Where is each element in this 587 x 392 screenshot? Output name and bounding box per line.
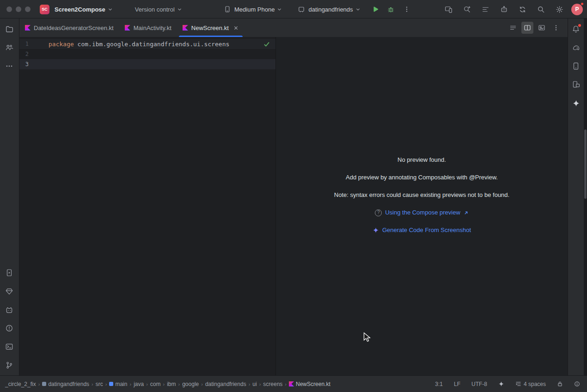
folder-icon <box>5 25 14 34</box>
zoom-window-button[interactable] <box>25 6 31 12</box>
run-play-icon <box>372 6 379 13</box>
version-control-tool-button[interactable] <box>2 358 16 372</box>
run-configuration-selector[interactable]: datingandfriends <box>297 4 361 15</box>
titlebar-right-group: P <box>442 0 583 18</box>
more-tool-windows-button[interactable] <box>2 59 16 73</box>
version-control-label: Version control <box>135 6 175 13</box>
breadcrumb-item-current-file[interactable]: NewScreen.kt <box>287 380 332 388</box>
compose-preview-help-link[interactable]: Using the Compose preview <box>385 208 460 217</box>
split-view-button[interactable] <box>521 22 533 34</box>
keyword-token: package <box>49 41 74 48</box>
robot-icon <box>500 6 508 13</box>
code-line[interactable]: 2 <box>19 49 275 59</box>
device-selector[interactable]: Medium Phone <box>223 4 283 15</box>
tab-dateideasgeneratorscreen[interactable]: DateIdeasGeneratorScreen.kt <box>19 18 119 37</box>
more-run-options-button[interactable] <box>400 3 413 16</box>
tab-label: NewScreen.kt <box>191 24 229 31</box>
device-manager-icon <box>572 62 580 70</box>
gradle-elephant-icon <box>572 43 580 52</box>
resource-manager-tool-button[interactable] <box>2 41 16 55</box>
line-number[interactable]: 1 <box>19 41 29 47</box>
ai-status-widget[interactable] <box>497 380 506 388</box>
breadcrumb-item[interactable]: ibm <box>165 380 177 388</box>
line-number[interactable]: 2 <box>19 51 29 57</box>
run-button[interactable] <box>369 3 382 16</box>
breadcrumb-item[interactable]: java <box>132 380 145 388</box>
caret-position-widget[interactable]: 3:1 <box>434 380 444 388</box>
avatar-initial: P <box>575 6 579 12</box>
chevron-down-icon <box>355 7 361 12</box>
sync-arrows-icon <box>519 6 526 13</box>
indent-widget[interactable]: 4 spaces <box>514 380 547 388</box>
close-tab-icon[interactable] <box>233 25 239 31</box>
preview-message: Add preview by annotating Composables wi… <box>346 173 498 182</box>
code-line[interactable]: 1 package com.ibm.google.datingandfriend… <box>19 39 275 49</box>
app-quality-insights-tool-button[interactable] <box>2 284 16 298</box>
code-line-current[interactable]: 3 <box>19 59 275 69</box>
breadcrumb-item[interactable]: datingandfriends <box>41 380 91 388</box>
code-text: package com.ibm.google.datingandfriends.… <box>49 41 229 48</box>
encoding-widget[interactable]: UTF-8 <box>470 380 489 388</box>
user-avatar[interactable]: P <box>571 4 583 15</box>
breadcrumb-label: ibm <box>167 381 176 387</box>
logcat-tool-button[interactable] <box>2 303 16 317</box>
breadcrumb-item[interactable]: main <box>108 380 128 388</box>
inspect-code-button[interactable] <box>460 3 473 16</box>
minimize-window-button[interactable] <box>16 6 21 12</box>
version-control-selector[interactable]: Version control <box>114 4 183 15</box>
breadcrumb-separator: › <box>259 381 261 387</box>
editor-more-button[interactable] <box>550 22 562 34</box>
gradle-sync-button[interactable] <box>516 3 529 16</box>
ellipsis-icon <box>5 62 13 70</box>
people-icon <box>5 43 13 52</box>
settings-button[interactable] <box>553 3 566 16</box>
line-separator-widget[interactable]: LF <box>452 380 462 388</box>
structure-button[interactable] <box>479 3 492 16</box>
module-icon <box>42 382 46 386</box>
breadcrumb-item[interactable]: _circle_2_fix <box>4 380 37 388</box>
code-view-button[interactable] <box>507 22 519 34</box>
line-number[interactable]: 3 <box>19 61 29 67</box>
search-everywhere-button[interactable] <box>534 3 547 16</box>
project-tool-button[interactable] <box>2 22 16 36</box>
write-access-widget[interactable] <box>556 380 564 388</box>
inspection-status-widget[interactable] <box>263 40 271 49</box>
breadcrumb-separator: › <box>249 381 251 387</box>
info-widget[interactable] <box>573 380 581 388</box>
window-scrollbar-thumb[interactable] <box>584 129 587 199</box>
debug-button[interactable] <box>385 3 397 16</box>
tab-newscreen[interactable]: NewScreen.kt <box>177 18 245 37</box>
generate-code-link[interactable]: Generate Code From Screenshot <box>382 226 471 235</box>
preview-message: No preview found. <box>397 155 446 165</box>
check-icon <box>263 41 270 48</box>
gemini-tool-button[interactable] <box>569 96 583 110</box>
project-selector[interactable]: Screen2Compose <box>49 4 114 15</box>
close-window-button[interactable] <box>6 6 12 12</box>
terminal-tool-button[interactable] <box>2 340 16 354</box>
breadcrumb: _circle_2_fix › datingandfriends › src ›… <box>4 380 332 388</box>
gradle-tool-button[interactable] <box>569 41 583 55</box>
breadcrumb-item[interactable]: com <box>149 380 162 388</box>
window-scrollbar-track <box>584 18 587 375</box>
device-manager-tool-button[interactable] <box>569 59 583 73</box>
ai-assistant-button[interactable] <box>497 3 510 16</box>
breadcrumb-item[interactable]: datingandfriends <box>204 380 248 388</box>
help-icon[interactable]: ? <box>375 209 382 216</box>
breadcrumb-item[interactable]: ui <box>251 380 258 388</box>
gem-icon <box>5 287 13 295</box>
breadcrumb-item[interactable]: google <box>181 380 200 388</box>
problems-tool-button[interactable] <box>2 321 16 335</box>
code-editor[interactable]: 1 package com.ibm.google.datingandfriend… <box>19 37 275 375</box>
device-mirror-button[interactable] <box>442 3 455 16</box>
tab-mainactivity[interactable]: MainActivity.kt <box>119 18 177 37</box>
preview-mode-toggles <box>507 18 562 37</box>
design-view-button[interactable] <box>536 22 548 34</box>
breadcrumb-item[interactable]: src <box>94 380 104 388</box>
running-devices-tool-button[interactable] <box>2 266 16 280</box>
chevron-down-icon <box>177 7 182 12</box>
breadcrumb-item[interactable]: screens <box>262 380 284 388</box>
git-branch-icon <box>5 361 13 369</box>
device-explorer-tool-button[interactable] <box>569 78 583 92</box>
preview-message-block: No preview found. Add preview by annotat… <box>276 155 568 235</box>
notifications-button[interactable] <box>569 22 583 36</box>
